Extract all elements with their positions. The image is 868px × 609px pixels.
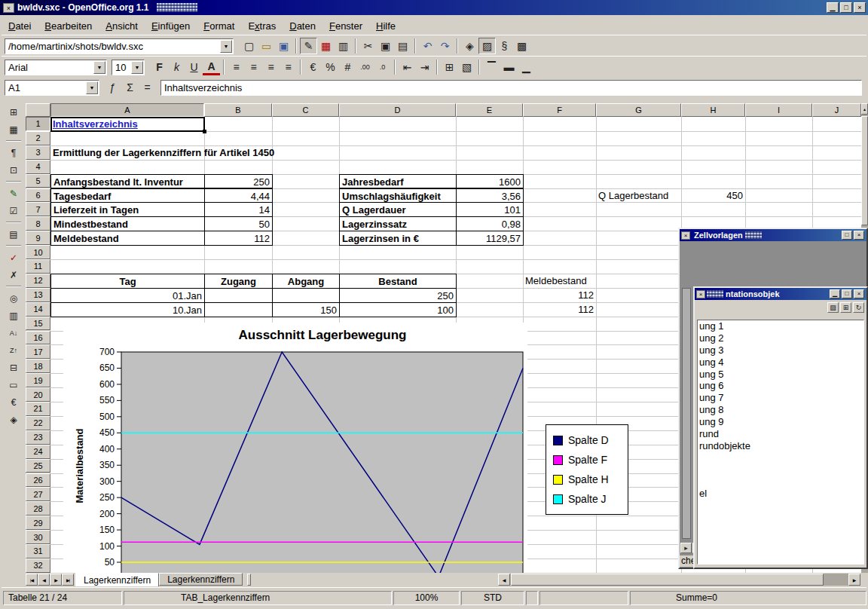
cell-G6[interactable]: Q Lagerbestand [596,188,681,203]
font-name-combobox[interactable]: Arial ▼ [5,60,107,75]
redo-icon[interactable]: ↷ [436,38,454,54]
cell-F12[interactable]: Meldebestand [523,274,596,288]
cell-H6[interactable]: 450 [681,188,745,203]
close-button[interactable]: × [854,2,866,13]
spellcheck-icon[interactable]: ✓ [5,249,23,265]
row-header-31[interactable]: 31 [26,544,50,559]
new-style-icon[interactable]: ⊞ [840,302,851,313]
previous-sheet-button[interactable]: ◀ [38,574,50,586]
menu-hilfe[interactable]: Hilfe [369,17,402,35]
number-format-percent-icon[interactable]: % [322,59,339,75]
row-header-29[interactable]: 29 [26,516,50,530]
status-field-empty-1[interactable] [526,591,538,605]
style-list-item[interactable] [698,452,863,464]
style-list-item[interactable]: ung 7 [698,392,863,404]
borders-icon[interactable]: ⊞ [441,59,458,75]
background-color-icon[interactable]: ▧ [458,59,475,75]
italic-icon[interactable]: k [168,59,185,75]
paste-icon[interactable]: ▤ [394,38,411,54]
group-icon[interactable]: ⊟ [5,360,23,375]
menu-ansicht[interactable]: Ansicht [99,17,145,35]
export-pdf-icon[interactable]: ▦ [317,38,335,54]
vertical-scroll-thumb[interactable] [861,116,868,225]
column-header-d[interactable]: D [339,103,456,117]
function-icon[interactable]: = [139,79,156,96]
row-header-6[interactable]: 6 [26,188,50,203]
menu-datei[interactable]: Datei [2,17,38,35]
cell-A5[interactable]: Anfangsbestand lt. Inventur [50,174,205,189]
selection-handle[interactable] [203,130,206,133]
window-menu-icon[interactable]: × [3,3,14,13]
align-top-icon[interactable]: ▔ [483,59,500,75]
row-header-14[interactable]: 14 [26,302,50,317]
cell-B9[interactable]: 112 [204,231,273,246]
objects-close-button[interactable]: × [854,289,864,298]
objects-stick-button[interactable]: □ [842,289,852,298]
row-header-21[interactable]: 21 [26,402,50,416]
stylist-window-menu-icon[interactable]: × [681,231,690,240]
increase-indent-icon[interactable]: ⇥ [416,59,433,75]
new-document-icon[interactable]: ▢ [240,38,258,54]
style-list-item[interactable]: ung 3 [698,344,863,357]
row-header-4[interactable]: 4 [26,160,50,174]
status-sheet-name[interactable]: TAB_Lagerkennziffern [124,591,392,605]
stylist-stick-button[interactable]: □ [842,231,852,240]
insert-field-icon[interactable]: ¶ [5,145,23,161]
cell-reference-input[interactable]: A1 [5,82,85,93]
style-list-item[interactable]: el [698,488,863,500]
row-header-16[interactable]: 16 [26,331,50,345]
row-header-9[interactable]: 9 [26,231,50,245]
row-header-23[interactable]: 23 [26,430,50,445]
euroconverter-icon[interactable]: € [5,394,23,410]
navigator-icon[interactable]: ◈ [461,38,478,54]
cell-D9[interactable]: Lagerzinsen in € [339,231,457,246]
goal-seek-icon[interactable]: ◈ [5,412,23,427]
row-header-10[interactable]: 10 [26,245,50,259]
cell-E9[interactable]: 1129,57 [456,231,524,246]
cell-B13[interactable] [204,288,273,303]
cell-B12[interactable]: Zugang [204,274,273,289]
menu-daten[interactable]: Daten [283,17,322,35]
menu-extras[interactable]: Extras [241,17,283,35]
column-header-i[interactable]: I [745,103,812,117]
hyperlink-icon[interactable]: § [496,38,513,54]
decrease-indent-icon[interactable]: ⇤ [399,59,416,75]
cell-D12[interactable]: Bestand [339,274,457,289]
url-dropdown-icon[interactable]: ▼ [220,40,232,53]
font-size-input[interactable]: 10 [112,62,130,73]
row-header-18[interactable]: 18 [26,359,50,373]
style-list-item[interactable]: ung 1 [698,320,863,332]
style-list-item[interactable] [698,476,863,488]
formula-input-line[interactable]: Inhaltsverzeichnis [160,80,862,96]
sheet-tab-lagerkennziffern-2[interactable]: Lagerkennziffern [159,573,243,586]
style-list-item[interactable]: rund [698,428,863,440]
column-header-h[interactable]: H [681,103,745,117]
column-header-e[interactable]: E [456,103,523,117]
add-decimal-icon[interactable]: .00 [356,59,374,75]
fill-format-mode-icon[interactable]: ▨ [827,302,839,313]
stylist-scrollbar[interactable] [682,288,691,539]
cut-icon[interactable]: ✂ [359,38,377,54]
cell-A7[interactable]: Lieferzeit in Tagen [50,202,205,217]
cell-B7[interactable]: 14 [204,202,273,217]
row-header-20[interactable]: 20 [26,387,50,402]
row-header-28[interactable]: 28 [26,501,50,516]
cell-A14[interactable]: 10.Jan [50,302,205,317]
row-header-3[interactable]: 3 [26,145,50,160]
last-sheet-button[interactable]: ▶| [62,574,74,586]
scroll-left-button[interactable]: ◀ [498,574,510,586]
row-header-22[interactable]: 22 [26,416,50,430]
insert-cells-icon[interactable]: ▦ [5,121,23,137]
stylist-icon[interactable]: ▨ [478,38,496,54]
style-list-item[interactable]: ung 6 [698,380,863,392]
style-list-item[interactable]: ung 5 [698,369,863,381]
status-field-empty-2[interactable] [539,591,628,605]
row-header-13[interactable]: 13 [26,288,50,302]
style-list-item[interactable] [698,464,863,476]
objects-window-menu-icon[interactable]: × [696,290,705,298]
cell-D8[interactable]: Lagerzinssatz [339,216,457,231]
stylist-close-button[interactable]: × [854,231,864,240]
status-sum[interactable]: Summe=0 [630,591,866,605]
insert-icon[interactable]: ⊞ [5,104,23,120]
cell-C12[interactable]: Abgang [272,274,340,289]
